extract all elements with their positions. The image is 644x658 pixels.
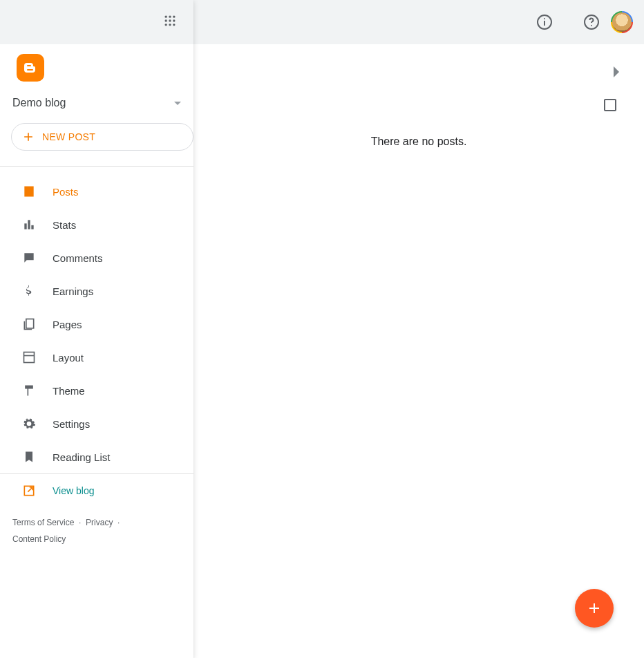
terms-link[interactable]: Terms of Service — [12, 518, 74, 527]
svg-point-10 — [173, 19, 175, 21]
blogger-logo[interactable] — [17, 54, 44, 82]
nav-label: Theme — [53, 385, 85, 397]
view-blog-label: View blog — [53, 485, 94, 496]
nav-label: Posts — [53, 186, 79, 198]
earnings-icon — [22, 284, 36, 298]
svg-point-2 — [544, 18, 545, 19]
nav-item-pages[interactable]: Pages — [0, 308, 193, 341]
avatar-image — [612, 12, 632, 32]
svg-point-9 — [169, 19, 171, 21]
empty-message: There are no posts. — [193, 135, 644, 148]
nav-item-posts[interactable]: Posts — [0, 175, 193, 208]
avatar[interactable] — [611, 11, 633, 33]
posts-icon — [22, 185, 36, 198]
plus-icon — [21, 130, 35, 144]
divider — [0, 166, 193, 167]
svg-point-7 — [173, 16, 175, 18]
toolbar-row — [193, 44, 644, 88]
svg-rect-18 — [24, 352, 35, 363]
stats-icon — [22, 218, 36, 232]
nav-label: Earnings — [53, 285, 93, 297]
pages-icon — [22, 317, 36, 331]
nav-label: Pages — [53, 319, 82, 330]
svg-rect-17 — [26, 319, 34, 328]
sidebar-top — [0, 0, 193, 44]
select-row — [193, 88, 644, 122]
sidebar: Demo blog NEW POST Posts Stats Comments — [0, 0, 193, 658]
blog-name: Demo blog — [12, 97, 66, 109]
svg-rect-14 — [24, 223, 26, 229]
svg-rect-16 — [31, 225, 33, 229]
nav-label: Reading List — [53, 451, 110, 463]
svg-point-6 — [169, 16, 171, 18]
new-post-label: NEW POST — [42, 131, 95, 142]
nav-label: Stats — [53, 219, 76, 231]
help-icon[interactable] — [583, 14, 600, 30]
reading-list-icon — [22, 450, 36, 464]
plus-icon — [586, 600, 603, 617]
nav-label: Settings — [53, 418, 90, 430]
content-policy-link[interactable]: Content Policy — [12, 534, 66, 544]
nav-item-settings[interactable]: Settings — [0, 407, 193, 440]
theme-icon — [22, 384, 36, 397]
svg-point-11 — [165, 24, 167, 26]
nav-item-stats[interactable]: Stats — [0, 208, 193, 241]
search-box[interactable]: ts — [170, 6, 558, 39]
logo-wrap — [0, 44, 193, 90]
footer-links: Terms of Service · Privacy · Content Pol… — [0, 507, 193, 554]
nav-label: Layout — [53, 352, 84, 364]
search-hint: ts — [176, 16, 536, 28]
view-blog-link[interactable]: View blog — [0, 474, 193, 507]
new-post-button[interactable]: NEW POST — [11, 123, 193, 151]
layout-icon — [22, 350, 36, 364]
select-all-checkbox[interactable] — [604, 99, 616, 111]
nav-label: Comments — [53, 252, 103, 264]
svg-point-12 — [169, 24, 171, 26]
settings-icon — [22, 417, 36, 431]
nav-item-layout[interactable]: Layout — [0, 341, 193, 374]
svg-point-13 — [173, 24, 175, 26]
svg-rect-15 — [28, 220, 30, 229]
svg-point-5 — [165, 16, 167, 18]
chevron-down-icon — [174, 102, 181, 105]
privacy-link[interactable]: Privacy — [86, 518, 113, 527]
comments-icon — [22, 251, 36, 265]
nav-item-earnings[interactable]: Earnings — [0, 274, 193, 308]
info-icon[interactable] — [536, 14, 553, 30]
fab-new-post[interactable] — [575, 589, 614, 628]
nav-list: Posts Stats Comments Earnings Pages — [0, 175, 193, 473]
nav-item-reading-list[interactable]: Reading List — [0, 440, 193, 473]
nav-item-comments[interactable]: Comments — [0, 241, 193, 274]
apps-icon[interactable] — [163, 14, 180, 30]
svg-point-8 — [165, 19, 167, 21]
nav-item-theme[interactable]: Theme — [0, 374, 193, 407]
svg-point-4 — [591, 25, 592, 26]
open-external-icon — [22, 484, 36, 498]
blog-selector[interactable]: Demo blog — [0, 90, 193, 119]
